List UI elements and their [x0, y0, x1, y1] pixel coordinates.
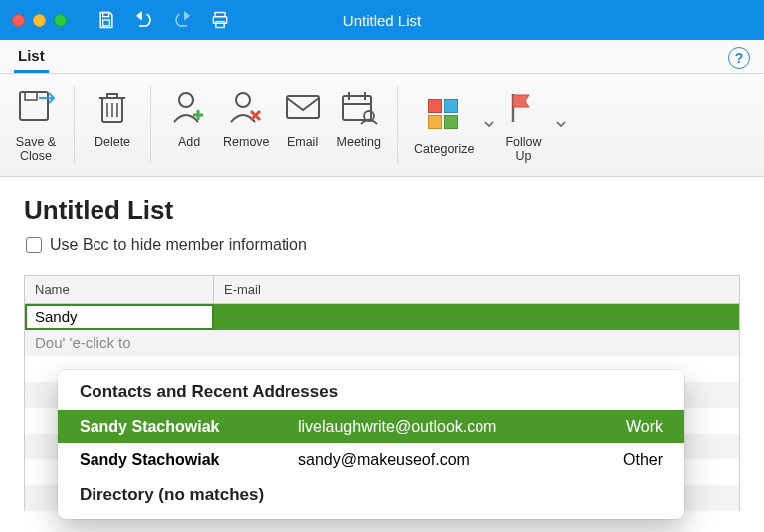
col-email[interactable]: E-mail — [214, 276, 739, 303]
meeting-button[interactable]: Meeting — [331, 82, 387, 168]
email-cell[interactable] — [214, 304, 739, 330]
col-name[interactable]: Name — [25, 276, 214, 303]
tab-list[interactable]: List — [14, 41, 49, 73]
window-title: Untitled List — [0, 12, 764, 29]
suggestion-email: sandy@makeuseof.com — [298, 451, 593, 469]
svg-rect-10 — [287, 96, 319, 118]
email-button[interactable]: Email — [276, 82, 331, 168]
titlebar: Untitled List — [0, 0, 764, 40]
delete-button[interactable]: Delete — [85, 82, 140, 168]
svg-point-9 — [236, 93, 250, 107]
suggestion-label: Other — [593, 451, 663, 469]
categorize-icon — [427, 98, 461, 130]
table-header: Name E-mail — [25, 276, 739, 304]
svg-point-8 — [179, 93, 193, 107]
ribbon: Save & Close Delete Add — [0, 74, 764, 177]
suggestion-name: Sandy Stachowiak — [80, 418, 298, 436]
list-title: Untitled List — [24, 195, 740, 226]
svg-rect-11 — [343, 96, 371, 120]
suggestion-email: livelaughwrite@outlook.com — [298, 418, 593, 436]
bcc-checkbox[interactable] — [26, 237, 42, 253]
chevron-down-icon[interactable] — [555, 118, 567, 130]
categorize-group[interactable]: Categorize — [408, 82, 495, 168]
follow-up-group[interactable]: Follow Up — [495, 82, 567, 168]
bcc-row: Use Bcc to hide member information — [26, 236, 740, 254]
tab-row: List ? — [0, 40, 764, 74]
remove-button[interactable]: Remove — [217, 82, 276, 168]
add-button[interactable]: Add — [161, 82, 217, 168]
svg-rect-6 — [25, 92, 37, 100]
directory-header: Directory (no matches) — [58, 477, 684, 509]
follow-up-button[interactable]: Follow Up — [495, 82, 551, 168]
help-icon[interactable]: ? — [728, 47, 750, 69]
suggestions-header: Contacts and Recent Addresses — [58, 382, 684, 410]
name-input[interactable]: Sandy — [25, 304, 214, 330]
categorize-button[interactable]: Categorize — [408, 89, 479, 160]
suggestions-popover: Contacts and Recent Addresses Sandy Stac… — [58, 370, 684, 519]
suggestion-label: Work — [593, 418, 663, 436]
suggestion-row[interactable]: Sandy Stachowiak sandy@makeuseof.com Oth… — [58, 443, 684, 477]
save-close-button[interactable]: Save & Close — [8, 82, 64, 168]
table-row-placeholder[interactable]: Dou' 'e-click to — [25, 330, 739, 356]
suggestion-name: Sandy Stachowiak — [80, 451, 298, 469]
suggestion-row[interactable]: Sandy Stachowiak livelaughwrite@outlook.… — [58, 410, 684, 443]
bcc-label: Use Bcc to hide member information — [50, 236, 307, 254]
chevron-down-icon[interactable] — [483, 118, 495, 130]
flag-icon — [505, 89, 541, 126]
table-row-editing[interactable]: Sandy — [25, 304, 739, 330]
